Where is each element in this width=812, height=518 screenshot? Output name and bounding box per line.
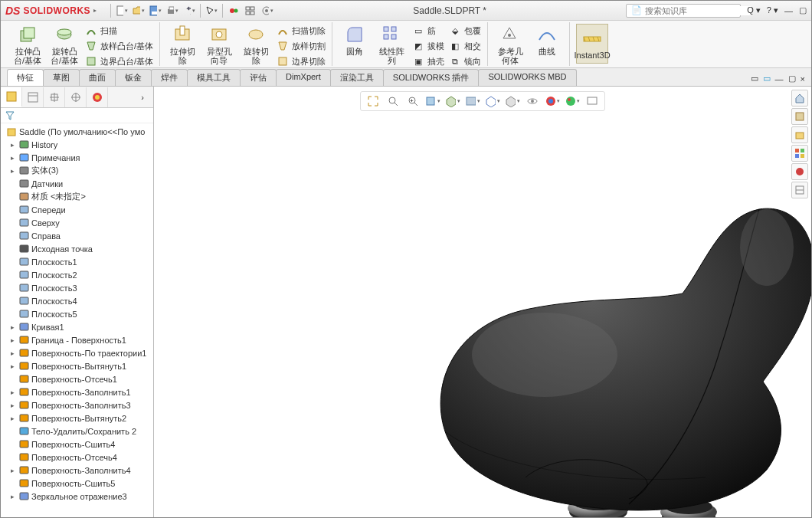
tree-item[interactable]: Поверхность-Сшить4	[1, 438, 153, 451]
tree-item[interactable]: ▸ Граница - Поверхность1	[1, 333, 153, 346]
tree-item[interactable]: Поверхность-Отсечь1	[1, 372, 153, 385]
tab-曲面[interactable]: 曲面	[79, 69, 116, 86]
tree-twisty[interactable]: ▸	[8, 467, 16, 474]
rib-button[interactable]: ▭筋	[412, 24, 444, 38]
settings-icon[interactable]	[261, 5, 273, 17]
save-icon[interactable]	[149, 5, 162, 17]
appearance-icon[interactable]	[545, 93, 560, 109]
apply-scene-icon[interactable]	[565, 93, 580, 109]
zoom-fit-icon[interactable]	[365, 93, 381, 109]
tab-restore-icon[interactable]: —	[775, 74, 784, 84]
taskpane-appear-icon[interactable]	[791, 163, 808, 180]
section-view-icon[interactable]	[425, 93, 440, 109]
wrap-button[interactable]: ⬙包覆	[449, 24, 481, 38]
tab-焊件[interactable]: 焊件	[151, 69, 188, 86]
tree-twisty[interactable]: ▸	[8, 415, 16, 422]
taskpane-home-icon[interactable]	[791, 90, 808, 107]
view-setting-icon[interactable]	[525, 93, 540, 109]
tree-item[interactable]: Плоскость4	[1, 294, 153, 307]
revolve-cut-button[interactable]: 旋转切除	[240, 24, 272, 65]
tree-twisty[interactable]: ▸	[8, 141, 16, 149]
tab-评估[interactable]: 评估	[240, 69, 277, 86]
tree-item[interactable]: ▸ 实体(3)	[1, 164, 153, 177]
tree-twisty[interactable]: ▸	[8, 167, 16, 175]
tree-item[interactable]: ▸ Кривая1	[1, 320, 153, 333]
draft-button[interactable]: ◩拔模	[412, 39, 444, 53]
maximize-icon[interactable]: ▢	[799, 5, 807, 15]
tree-item[interactable]: Плоскость1	[1, 255, 153, 268]
undo-icon[interactable]	[183, 5, 195, 17]
tab-特征[interactable]: 特征	[7, 69, 44, 86]
open-icon[interactable]	[133, 5, 145, 17]
viewport[interactable]: +	[154, 87, 811, 517]
shell-button[interactable]: ▣抽壳	[412, 54, 444, 68]
tree-item[interactable]: Плоскость3	[1, 281, 153, 294]
search-icon[interactable]: Q ▾	[747, 5, 761, 15]
tree-twisty[interactable]: ▸	[8, 493, 16, 500]
tree-item[interactable]: Плоскость2	[1, 268, 153, 281]
tree-item[interactable]: Спереди	[1, 203, 153, 216]
tab-草图[interactable]: 草图	[43, 69, 80, 86]
mirror-button[interactable]: ⧉镜向	[449, 54, 481, 68]
tree-item[interactable]: Поверхность-Отсечь4	[1, 451, 153, 464]
prev-view-icon[interactable]: +	[405, 93, 421, 109]
tree-twisty[interactable]: ▸	[8, 154, 16, 162]
tab-close-icon[interactable]: ×	[801, 74, 805, 84]
tree-item[interactable]: Сверху	[1, 216, 153, 229]
tree-item[interactable]: ▸ Зеркальное отражение3	[1, 490, 153, 503]
sweep-button[interactable]: 扫描	[85, 24, 153, 38]
tab-min-icon[interactable]: ▭	[763, 74, 771, 84]
boundary-cut-button[interactable]: 边界切除	[277, 54, 326, 68]
tab-SOLIDWORKS MBD[interactable]: SOLIDWORKS MBD	[478, 69, 576, 86]
tree-item[interactable]: ▸ Поверхность-По траектории1	[1, 346, 153, 359]
tree-item[interactable]: 材质 <未指定>	[1, 190, 153, 203]
new-icon[interactable]	[116, 5, 128, 17]
tab-DimXpert[interactable]: DimXpert	[276, 69, 331, 86]
zoom-area-icon[interactable]	[385, 93, 401, 109]
tab-max-icon[interactable]: ▢	[788, 74, 796, 84]
tree-twisty[interactable]: ▸	[8, 336, 16, 344]
fillet-button[interactable]: 圆角	[339, 24, 371, 56]
tree-item[interactable]: ▸ Поверхность-Заполнить1	[1, 385, 153, 398]
rebuild-icon[interactable]	[228, 5, 240, 17]
tree-root[interactable]: Saddle (По умолчанию<<По умо	[1, 125, 153, 138]
ref-geometry-button[interactable]: 参考几何体	[494, 24, 526, 65]
tree-item[interactable]: Тело-Удалить/Сохранить 2	[1, 425, 153, 438]
tree-twisty[interactable]: ▸	[8, 349, 16, 357]
tree-item[interactable]: ▸ Поверхность-Вытянуть2	[1, 411, 153, 425]
scene-icon[interactable]	[505, 93, 520, 109]
tab-钣金[interactable]: 钣金	[115, 69, 152, 86]
tree-item[interactable]: Датчики	[1, 177, 153, 190]
search-box[interactable]: 📄	[626, 4, 741, 18]
tree-item[interactable]: Справа	[1, 229, 153, 242]
minimize-icon[interactable]: —	[784, 6, 793, 15]
view-orient-icon[interactable]	[445, 93, 460, 109]
display-tab[interactable]	[87, 87, 108, 107]
hole-wizard-button[interactable]: 异型孔向导	[203, 24, 235, 65]
boundary-button[interactable]: 边界凸台/基体	[85, 54, 153, 68]
tree-item[interactable]: ▸ History	[1, 138, 153, 151]
tree-item[interactable]: ▸ Примечания	[1, 151, 153, 164]
tab-渲染工具[interactable]: 渲染工具	[330, 69, 384, 86]
extrude-cut-button[interactable]: 拉伸切除	[166, 24, 198, 65]
tree-item[interactable]: Плоскость5	[1, 307, 153, 320]
config-tab[interactable]	[44, 87, 65, 107]
dimxpert-tab[interactable]	[65, 87, 87, 107]
tree-item[interactable]: Поверхность-Сшить5	[1, 477, 153, 490]
tab-expand-icon[interactable]: ▭	[751, 74, 758, 84]
options-icon[interactable]	[244, 5, 257, 17]
curves-button[interactable]: 曲线	[531, 24, 563, 56]
panel-more[interactable]: ›	[132, 87, 153, 107]
tree-item[interactable]: ▸ Поверхность-Заполнить4	[1, 464, 153, 477]
hide-show-icon[interactable]	[485, 93, 500, 109]
tree-item[interactable]: Исходная точка	[1, 242, 153, 255]
extrude-boss-button[interactable]: 拉伸凸台/基体	[11, 24, 44, 65]
linear-pattern-button[interactable]: 线性阵列	[375, 24, 408, 65]
taskpane-view-icon[interactable]	[791, 145, 808, 162]
taskpane-lib-icon[interactable]	[791, 108, 808, 125]
tree-twisty[interactable]: ▸	[8, 362, 16, 370]
tree-twisty[interactable]: ▸	[8, 388, 16, 396]
tree-twisty[interactable]: ▸	[8, 323, 16, 331]
taskpane-prop-icon[interactable]	[791, 182, 808, 198]
instant3d-button[interactable]: Instant3D	[576, 24, 608, 64]
